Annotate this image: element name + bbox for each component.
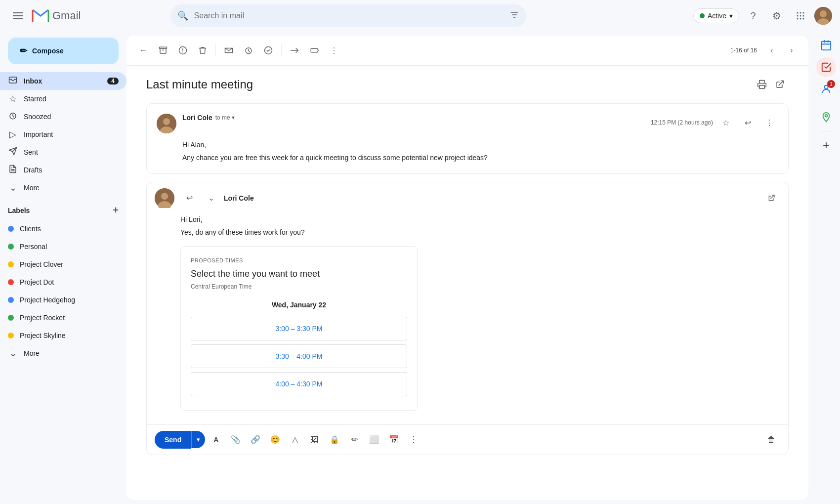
compose-button[interactable]: ✏ Compose: [8, 38, 119, 64]
label-button[interactable]: [305, 42, 323, 59]
pagination: 1-16 of 16: [730, 47, 757, 54]
sidebar-item-sent[interactable]: Sent: [0, 143, 126, 161]
svg-point-4: [797, 12, 798, 14]
label-name-project-clover: Project Clover: [20, 260, 63, 268]
discard-button[interactable]: 🗑: [762, 431, 780, 449]
message-meta-1: 12:15 PM (2 hours ago) ☆ ↩ ⋮: [651, 114, 778, 131]
emoji-button[interactable]: 😊: [266, 431, 284, 449]
archive-button[interactable]: [154, 42, 172, 59]
search-icon: 🔍: [177, 10, 188, 21]
reply-message-button[interactable]: ↩: [739, 114, 756, 131]
settings-icon[interactable]: ⚙: [767, 6, 787, 26]
right-panel-add-icon[interactable]: +: [816, 135, 836, 155]
right-panel-contacts-icon[interactable]: 1: [816, 79, 836, 99]
proposed-timezone: Central European Time: [191, 282, 407, 292]
label-project-skyline[interactable]: Project Skyline: [0, 327, 119, 344]
subject-row: Last minute meeting: [146, 76, 789, 93]
new-window-button[interactable]: [771, 76, 789, 93]
status-button[interactable]: Active ▾: [693, 8, 739, 23]
time-slot-2[interactable]: 3:30 – 4:00 PM: [191, 344, 407, 368]
inbox-badge: 4: [107, 78, 119, 84]
sender-name-1: Lori Cole: [182, 114, 212, 122]
apps-icon[interactable]: [791, 6, 810, 26]
starred-label: Starred: [24, 95, 119, 103]
snooze-button[interactable]: [240, 42, 257, 59]
search-input[interactable]: [170, 4, 526, 27]
time-slot-1[interactable]: 3:00 – 3:30 PM: [191, 317, 407, 340]
prev-email-button[interactable]: ‹: [763, 42, 781, 59]
svg-rect-0: [13, 12, 23, 13]
right-panel-maps-icon[interactable]: [816, 107, 836, 127]
send-dropdown-button[interactable]: ▾: [191, 431, 205, 448]
delete-button[interactable]: [194, 42, 211, 59]
format-text-button[interactable]: A: [207, 431, 225, 449]
sidebar-item-important[interactable]: ▷ Important: [0, 126, 126, 143]
reply-icons: [762, 189, 780, 207]
attach-button[interactable]: 📎: [227, 431, 245, 449]
sidebar-item-snoozed[interactable]: Snoozed: [0, 108, 126, 126]
star-message-button[interactable]: ☆: [717, 114, 735, 131]
add-label-icon[interactable]: +: [113, 205, 119, 216]
sidebar-item-labels-more[interactable]: ⌄ More: [0, 344, 126, 362]
print-button[interactable]: [753, 76, 771, 93]
compose-more-button[interactable]: ⋮: [405, 431, 422, 449]
move-button[interactable]: [286, 42, 303, 59]
report-button[interactable]: [174, 42, 192, 59]
topbar-right: Active ▾ ? ⚙: [693, 6, 832, 26]
label-name-clients: Clients: [20, 225, 41, 233]
status-dot: [700, 13, 705, 18]
reply-box: ↩ ⌄ Lori Cole Hi Lori, Yes, do any of th…: [146, 182, 789, 455]
label-project-clover[interactable]: Project Clover: [0, 255, 119, 273]
drive-button[interactable]: △: [286, 431, 304, 449]
label-project-hedgehog[interactable]: Project Hedgehog: [0, 291, 119, 309]
signature-button[interactable]: ✏: [345, 431, 363, 449]
status-label: Active: [708, 12, 726, 20]
label-clients[interactable]: Clients: [0, 220, 119, 238]
message-line2: Any chance you are free this week for a …: [182, 152, 778, 163]
help-icon[interactable]: ?: [743, 6, 763, 26]
reply-sender-avatar: [155, 188, 174, 208]
send-button-group: Send ▾: [155, 431, 205, 449]
back-button[interactable]: ←: [134, 42, 152, 59]
sidebar-item-drafts[interactable]: Drafts: [0, 161, 126, 179]
label-dot-clients: [8, 226, 14, 232]
avatar[interactable]: [814, 7, 832, 25]
label-personal[interactable]: Personal: [0, 238, 119, 255]
label-project-dot[interactable]: Project Dot: [0, 273, 119, 291]
email-toolbar: ←: [126, 36, 808, 66]
right-panel-calendar-icon[interactable]: [816, 36, 836, 55]
label-dot-personal: [8, 244, 14, 250]
svg-point-7: [797, 15, 798, 17]
labels-title: Labels: [8, 207, 30, 214]
more-actions-button[interactable]: ⋮: [325, 42, 343, 59]
right-panel-tasks-icon[interactable]: [816, 57, 836, 77]
sidebar-item-more[interactable]: ⌄ More: [0, 179, 126, 197]
sidebar-item-inbox[interactable]: Inbox 4: [0, 72, 126, 90]
compose-toolbar: Send ▾ A 📎 🔗 😊 △ 🖼 🔒 ✏ ⬜ 📅 ⋮ 🗑: [147, 424, 788, 455]
mark-read-button[interactable]: [220, 42, 238, 59]
reply-expand-icon[interactable]: ⌄: [202, 189, 220, 207]
photo-button[interactable]: 🖼: [306, 431, 324, 449]
lock-button[interactable]: 🔒: [326, 431, 343, 449]
menu-icon[interactable]: [8, 6, 28, 26]
time-slot-3[interactable]: 4:00 – 4:30 PM: [191, 372, 407, 396]
filter-icon[interactable]: [509, 10, 519, 22]
svg-rect-1: [13, 15, 23, 16]
reply-header: ↩ ⌄ Lori Cole: [147, 182, 788, 214]
send-button[interactable]: Send: [155, 431, 191, 449]
schedule-button[interactable]: 📅: [385, 431, 403, 449]
svg-point-11: [800, 18, 801, 20]
fullscreen-compose-button[interactable]: ⬜: [365, 431, 383, 449]
label-project-rocket[interactable]: Project Rocket: [0, 309, 119, 327]
task-button[interactable]: [259, 42, 277, 59]
message-more-button[interactable]: ⋮: [760, 114, 778, 131]
contacts-badge: 1: [827, 80, 835, 88]
compose-label: Compose: [32, 47, 64, 55]
reply-new-window-button[interactable]: [762, 189, 780, 207]
reply-back-icon[interactable]: ↩: [180, 189, 198, 207]
proposed-date: Wed, January 22: [191, 299, 407, 310]
label-dot-project-clover: [8, 261, 14, 267]
link-button[interactable]: 🔗: [247, 431, 264, 449]
sidebar-item-starred[interactable]: ☆ Starred: [0, 90, 126, 108]
next-email-button[interactable]: ›: [783, 42, 800, 59]
